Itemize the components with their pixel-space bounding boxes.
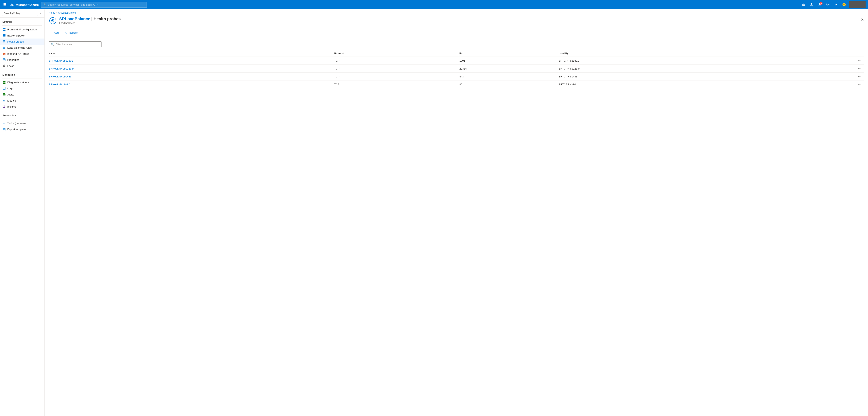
sidebar-item-load-balancing-rules[interactable]: Load balancing rules [0,45,44,51]
cloud-shell-button[interactable]: >_ [800,1,807,8]
col-protocol: Protocol [334,50,459,57]
probe-link-0[interactable]: SRHealthProbe1801 [49,59,73,62]
cell-port-1: 22334 [459,65,559,73]
inbound-nat-rules-icon [2,52,6,55]
close-button[interactable]: ✕ [860,16,865,23]
export-template-icon [2,128,6,131]
azure-logo-icon [10,2,14,7]
svg-rect-18 [3,66,5,67]
alerts-icon [2,93,6,96]
row-actions-3[interactable]: ··· [803,80,864,89]
user-avatar[interactable] [849,1,866,8]
row-actions-1[interactable]: ··· [803,65,864,73]
sidebar-item-metrics[interactable]: Metrics [0,98,44,104]
notification-count: 4 [820,2,823,5]
settings-button[interactable] [824,1,832,8]
svg-point-30 [4,123,5,124]
upload-button[interactable] [808,1,815,8]
inbound-nat-rules-label: Inbound NAT rules [7,52,29,55]
breadcrumb-sep1: > [56,11,57,14]
breadcrumb-home[interactable]: Home [49,11,55,14]
breadcrumb-resource[interactable]: SRLoadBalance [58,11,76,14]
alerts-label: Alerts [7,93,14,96]
notifications-button[interactable]: 4 [816,1,823,8]
help-button[interactable]: ? [832,1,840,8]
sidebar-item-frontend-ip[interactable]: Frontend IP configuration [0,26,44,32]
table-area: 🔍 Name Protocol Port Used By SRHealthPr [45,38,868,416]
table-row: SRHealthProbe1801TCP1801SRTCPRule1801··· [49,57,864,65]
page-header-text: SRLoadBalance | Health probes Load balan… [59,16,121,25]
svg-rect-20 [4,81,5,82]
hamburger-menu[interactable]: ☰ [2,2,7,8]
table-row: SRHealthProbe443TCP443SRTCPRule443··· [49,73,864,80]
sidebar-item-export-template[interactable]: Export template [0,126,44,132]
filter-search-icon: 🔍 [51,43,54,46]
health-probes-table: Name Protocol Port Used By SRHealthProbe… [49,50,864,89]
sidebar-item-properties[interactable]: Properties [0,57,44,63]
svg-rect-22 [4,82,5,84]
sidebar-collapse-button[interactable]: « [39,11,42,15]
svg-rect-13 [3,53,4,55]
refresh-icon: ↻ [65,31,68,34]
backend-pools-icon [2,34,6,37]
app-layout: « Settings Frontend IP configuration Bac… [0,9,868,416]
diagnostic-settings-label: Diagnostic settings [7,81,29,84]
col-actions [803,50,864,57]
svg-rect-3 [3,28,4,29]
diagnostic-settings-icon [2,81,6,84]
load-balancing-rules-label: Load balancing rules [7,46,32,49]
svg-rect-4 [4,28,5,29]
sidebar: « Settings Frontend IP configuration Bac… [0,9,45,416]
cell-protocol-1: TCP [334,65,459,73]
topbar: ☰ Microsoft Azure 🔍 >_ [0,0,868,9]
filter-input[interactable] [55,43,99,46]
row-actions-2[interactable]: ··· [803,73,864,80]
svg-point-28 [4,106,4,107]
cell-port-0: 1801 [459,57,559,65]
cell-port-2: 443 [459,73,559,80]
global-search-input[interactable] [48,3,145,6]
svg-rect-5 [3,30,4,31]
table-header: Name Protocol Port Used By [49,50,864,57]
add-button[interactable]: + Add [49,30,61,35]
feedback-button[interactable]: 🙂 [840,1,848,8]
probe-link-2[interactable]: SRHealthProbe443 [49,75,71,78]
page-subtitle: Load balancer [59,22,121,25]
page-header-menu-button[interactable]: ··· [122,16,128,22]
probe-link-3[interactable]: SRHealthProbe80 [49,83,70,86]
sidebar-search-input[interactable] [2,11,38,16]
sidebar-item-health-probes[interactable]: Health probes [0,38,44,45]
refresh-button[interactable]: ↻ Refresh [63,30,81,35]
table-row: SRHealthProbe22334TCP22334SRTCPRule22334… [49,65,864,73]
svg-point-34 [52,20,53,21]
svg-rect-23 [3,87,5,90]
backend-pools-label: Backend pools [7,34,25,37]
probe-link-1[interactable]: SRHealthProbe22334 [49,67,74,70]
sidebar-item-backend-pools[interactable]: Backend pools [0,32,44,38]
row-actions-0[interactable]: ··· [803,57,864,65]
sidebar-item-diagnostic-settings[interactable]: Diagnostic settings [0,79,44,85]
load-balancing-rules-icon [2,46,6,49]
table-body: SRHealthProbe1801TCP1801SRTCPRule1801···… [49,57,864,89]
locks-label: Locks [7,65,14,68]
filter-input-container[interactable]: 🔍 [49,41,101,47]
feedback-icon: 🙂 [842,3,846,6]
sidebar-item-inbound-nat-rules[interactable]: Inbound NAT rules [0,51,44,57]
sidebar-item-logs[interactable]: Logs [0,85,44,92]
global-search[interactable]: 🔍 [41,2,147,8]
cell-used-by-0: SRTCPRule1801 [559,57,803,65]
sidebar-item-tasks[interactable]: Tasks (preview) [0,120,44,126]
cell-protocol-0: TCP [334,57,459,65]
content-area: Home > SRLoadBalance SRLoadBalance | Hea… [45,9,868,416]
azure-logo: Microsoft Azure [10,2,39,7]
health-probes-icon [2,40,6,43]
monitoring-section-title: Monitoring [0,71,44,77]
cell-used-by-2: SRTCPRule443 [559,73,803,80]
svg-rect-15 [3,59,5,61]
sidebar-item-alerts[interactable]: Alerts [0,92,44,98]
sidebar-item-locks[interactable]: Locks [0,63,44,69]
insights-label: Insights [7,105,17,108]
sidebar-item-insights[interactable]: Insights [0,104,44,110]
tasks-label: Tasks (preview) [7,122,26,125]
settings-icon [826,3,830,6]
